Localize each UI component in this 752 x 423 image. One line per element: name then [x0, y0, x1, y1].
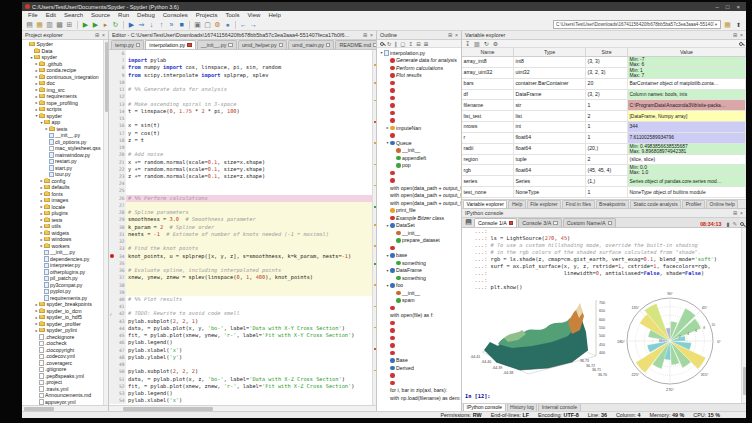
outline-item[interactable] — [379, 349, 461, 357]
console-dock-tab-history-log[interactable]: History log — [507, 403, 538, 411]
outline-item[interactable] — [379, 379, 461, 387]
continue-icon[interactable]: » — [167, 20, 176, 30]
variable-row[interactable]: regiontuple2(slice, slice) — [462, 155, 746, 166]
dock-tab-file-explorer[interactable]: File explorer — [527, 200, 562, 208]
gutter-marker-area[interactable] — [109, 267, 115, 274]
gutter-marker-area[interactable]: ✓ — [109, 310, 115, 317]
editor-scroll-marks[interactable] — [372, 50, 376, 405]
parent-directory-icon[interactable]: ⬆ — [734, 20, 743, 30]
search-icon[interactable] — [739, 42, 743, 46]
gutter-marker-area[interactable] — [109, 122, 115, 129]
outline-item[interactable]: appendleft — [379, 154, 461, 162]
outline-item[interactable] — [379, 94, 461, 102]
gutter-marker-area[interactable] — [109, 296, 115, 303]
close-tab-icon[interactable] — [553, 221, 558, 226]
gutter-marker-area[interactable] — [109, 397, 115, 404]
outline-item[interactable]: Plot results — [379, 72, 461, 80]
close-icon[interactable]: × — [102, 32, 105, 38]
close-tab-icon[interactable] — [608, 221, 613, 226]
variable-row[interactable]: rfloat6417.611002589934796 — [462, 133, 746, 144]
close-tab-icon[interactable] — [187, 43, 192, 48]
outline-item[interactable]: Generate data for analysis — [379, 57, 461, 65]
variable-row[interactable]: array_int8int8(3, 3)Min: -7Max: 6 — [462, 57, 746, 68]
scroll-thumb[interactable] — [105, 42, 109, 112]
outline-tree[interactable]: ▾interpolation.pyGenerate data for analy… — [377, 48, 461, 411]
gutter-marker-area[interactable] — [109, 57, 115, 64]
outline-item[interactable]: ▸imputeNan — [379, 124, 461, 132]
variable-row[interactable]: radiifloat64(20,)Min: 0.4983856638535687… — [462, 144, 746, 155]
gutter-marker-area[interactable] — [109, 354, 115, 361]
maximize-button[interactable]: □ — [726, 4, 730, 10]
inspect-icon[interactable]: ✎ — [732, 221, 737, 227]
gutter-marker-area[interactable] — [109, 216, 115, 223]
close-tab-icon[interactable] — [228, 43, 233, 48]
breakpoint-icon[interactable] — [110, 254, 114, 258]
menu-item-search[interactable]: Search — [64, 12, 83, 18]
step-into-icon[interactable]: ↓ — [147, 20, 156, 30]
close-tab-icon[interactable] — [509, 221, 514, 226]
variable-row[interactable]: barscontainer.BarContainer20BarContainer… — [462, 79, 746, 90]
maximize-pane-icon[interactable]: ▣ — [193, 20, 202, 30]
outline-item[interactable]: with open(data_path + output_fil… — [379, 184, 461, 192]
outline-item[interactable]: ▾foo — [379, 282, 461, 290]
outline-item[interactable] — [379, 109, 461, 117]
editor-tab-umd-main-py[interactable]: umd_main.py — [288, 40, 334, 49]
undock-icon[interactable]: ⊞ — [733, 210, 737, 216]
refresh-icon[interactable]: ↻ — [387, 41, 392, 47]
outline-item[interactable] — [379, 79, 461, 87]
gutter-marker-area[interactable] — [109, 108, 115, 115]
outline-item[interactable] — [379, 372, 461, 380]
menu-item-edit[interactable]: Edit — [46, 12, 56, 18]
console-input[interactable]: In [12]: — [462, 393, 491, 400]
menu-item-help[interactable]: Help — [268, 12, 280, 18]
outline-item[interactable]: print_file — [379, 207, 461, 215]
close-icon[interactable]: × — [370, 32, 373, 38]
gutter-marker-area[interactable] — [109, 383, 115, 390]
save-all-icon[interactable]: ▩ — [55, 20, 64, 30]
save-data-icon[interactable]: ▥ — [474, 40, 480, 47]
run-cell-advance-icon[interactable]: ▸ — [101, 20, 110, 30]
save-file-icon[interactable]: ▥ — [45, 20, 54, 30]
forward-icon[interactable]: → — [249, 20, 258, 30]
gutter-marker-area[interactable] — [109, 303, 115, 310]
gutter-marker-area[interactable] — [109, 137, 115, 144]
outline-item[interactable]: Derived — [379, 364, 461, 372]
gutter-marker-area[interactable] — [109, 173, 115, 180]
console-tab-console-1-a[interactable]: Console 1/A — [474, 218, 517, 227]
column-header-name[interactable]: Name — [462, 48, 514, 56]
dock-tab-breakpoints[interactable]: Breakpoints — [596, 200, 629, 208]
dock-tab-online-help[interactable]: Online help — [706, 200, 738, 208]
dock-tab-find-in-files[interactable]: Find in files — [562, 200, 594, 208]
outline-item[interactable]: for i, bar in zip(axl, bars): — [379, 387, 461, 395]
outline-item[interactable]: __init__ — [379, 229, 461, 237]
gutter-marker-area[interactable] — [109, 376, 115, 383]
outline-item[interactable]: pop — [379, 162, 461, 170]
outline-item[interactable]: prepare_dataset — [379, 237, 461, 245]
re-run-icon[interactable]: ↻ — [111, 20, 120, 30]
project-hscrollbar[interactable] — [22, 405, 108, 411]
browse-tabs-icon[interactable]: ▤ — [464, 218, 473, 227]
minimize-button[interactable]: – — [716, 4, 719, 10]
undock-icon[interactable]: ⊞ — [733, 32, 737, 38]
outline-item[interactable] — [379, 177, 461, 185]
close-icon[interactable]: × — [455, 32, 458, 38]
outline-item[interactable]: Example Bitzer class — [379, 214, 461, 222]
debug-icon[interactable]: ▶ — [127, 20, 136, 30]
editor-tab-interpolation-py[interactable]: interpolation.py — [145, 40, 195, 49]
gutter-marker-area[interactable] — [109, 347, 115, 354]
project-tree[interactable]: SpyderData▾spyder▸.github▸conda.recipe▸c… — [22, 40, 108, 405]
open-file-icon[interactable]: ▦ — [35, 20, 44, 30]
search-icon[interactable] — [380, 42, 384, 46]
gutter-marker-area[interactable] — [109, 260, 115, 267]
dock-tab-variable-explorer[interactable]: Variable explorer — [463, 200, 507, 208]
outline-item[interactable] — [379, 334, 461, 342]
gutter-marker-area[interactable] — [109, 93, 115, 100]
outline-item[interactable]: __init__ — [379, 147, 461, 155]
gutter-marker-area[interactable] — [109, 224, 115, 231]
gutter-marker-area[interactable] — [109, 390, 115, 397]
console-tab-custom-name-a[interactable]: Custom Name/A — [563, 218, 616, 227]
menu-item-run[interactable]: Run — [118, 12, 129, 18]
outline-item[interactable] — [379, 102, 461, 110]
outline-item[interactable]: with open(data_path + output_fil… — [379, 192, 461, 200]
console-vscrollbar[interactable] — [741, 228, 746, 403]
